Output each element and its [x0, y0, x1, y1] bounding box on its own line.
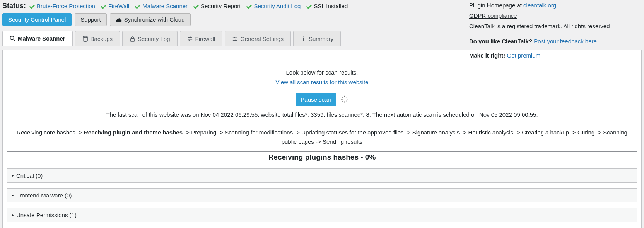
status-item-firewall: FireWall: [101, 3, 129, 9]
status-text-ssl: SSL Installed: [314, 3, 348, 9]
status-label: Status:: [2, 2, 26, 10]
pause-scan-button[interactable]: Pause scan: [296, 93, 336, 106]
stage-preparing: Preparing: [191, 129, 216, 136]
tab-seclog-label: Security Log: [138, 36, 170, 42]
tab-scanner[interactable]: Malware Scanner: [2, 31, 73, 46]
support-button[interactable]: Support: [75, 13, 107, 26]
status-link-malware[interactable]: Malware Scanner: [142, 3, 188, 9]
status-link-firewall[interactable]: FireWall: [108, 3, 129, 9]
status-item-malware: Malware Scanner: [135, 3, 188, 9]
premium-prefix: Make it right!: [469, 52, 507, 59]
tab-firewall[interactable]: Firewall: [180, 31, 223, 46]
get-premium-link[interactable]: Get premium: [507, 52, 541, 59]
sync-button[interactable]: Synchronize with Cloud: [110, 13, 191, 26]
sliders-icon: [232, 36, 238, 42]
scanner-panel: Look below for scan results. View all sc…: [2, 50, 642, 228]
check-icon: [29, 3, 35, 9]
check-icon: [135, 3, 141, 9]
tab-security-log[interactable]: Security Log: [122, 31, 177, 46]
accordion-unsafe-label: Unsafe Permissions (1): [16, 212, 77, 218]
tab-summary-label: Summary: [309, 36, 333, 42]
check-icon: [246, 3, 252, 9]
tab-backups-label: Backups: [91, 36, 113, 42]
scan-stages: Receiving core hashes -> Receiving plugi…: [7, 128, 637, 146]
status-item-audit: Security Audit Log: [246, 3, 301, 9]
swap-icon: [187, 36, 193, 42]
svg-point-7: [235, 39, 236, 41]
accordion-critical-label: Critical (0): [16, 172, 43, 179]
cloud-icon: [116, 17, 122, 22]
tab-general-settings[interactable]: General Settings: [225, 31, 291, 46]
pause-scan-label: Pause scan: [301, 96, 331, 103]
svg-point-0: [10, 36, 14, 39]
gdpr-link[interactable]: GDPR compliance: [469, 12, 517, 19]
caret-right-icon: ▸: [12, 173, 14, 178]
stage-scanning-mods: Scanning for modifications: [225, 129, 293, 136]
support-label: Support: [80, 17, 101, 22]
lock-icon: [130, 36, 135, 42]
tab-summary[interactable]: Summary: [293, 31, 341, 46]
stage-sending: Sending results: [323, 138, 362, 145]
sync-label: Synchronize with Cloud: [124, 17, 185, 22]
svg-point-8: [303, 36, 304, 37]
search-icon: [10, 36, 15, 41]
status-link-brute-force[interactable]: Brute-Force Protection: [37, 3, 95, 9]
tab-general-label: General Settings: [240, 36, 284, 42]
info-icon: [301, 36, 306, 42]
status-item-report: Security Report: [193, 3, 241, 9]
svg-rect-13: [346, 100, 347, 102]
accordion-critical[interactable]: ▸ Critical (0): [7, 168, 637, 183]
database-icon: [82, 36, 88, 42]
tab-scanner-label: Malware Scanner: [18, 35, 65, 42]
status-item-brute-force: Brute-Force Protection: [29, 3, 95, 9]
view-all-results-link[interactable]: View all scan results for this website: [276, 79, 369, 85]
svg-point-2: [83, 36, 87, 37]
status-text-report: Security Report: [201, 3, 241, 9]
trademark-text: CleanTalk is a registered trademark. All…: [469, 21, 644, 31]
plugin-homepage-prefix: Plugin Homepage at: [469, 2, 523, 9]
check-icon: [193, 3, 199, 9]
svg-rect-14: [344, 101, 345, 103]
caret-right-icon: ▸: [12, 212, 14, 218]
look-below-text: Look below for scan results.: [7, 68, 637, 78]
svg-point-5: [234, 37, 235, 38]
svg-line-1: [14, 39, 15, 41]
check-icon: [306, 3, 312, 9]
accordion-frontend-label: Frontend Malware (0): [16, 192, 72, 199]
svg-rect-11: [346, 97, 347, 98]
svg-rect-15: [342, 100, 343, 102]
svg-rect-12: [347, 99, 348, 100]
svg-rect-9: [303, 38, 304, 41]
tab-backups[interactable]: Backups: [75, 31, 120, 46]
status-link-audit[interactable]: Security Audit Log: [254, 3, 301, 9]
stage-heuristic: Heuristic analysis: [468, 129, 513, 136]
svg-rect-3: [131, 38, 134, 41]
stage-signature: Signature analysis: [412, 129, 460, 136]
svg-rect-10: [344, 96, 345, 97]
accordion-frontend-malware[interactable]: ▸ Frontend Malware (0): [7, 188, 637, 202]
caret-right-icon: ▸: [12, 192, 14, 198]
svg-rect-17: [342, 97, 343, 98]
loading-spinner-icon: [341, 95, 348, 103]
stage-updating-statuses: Updating statuses for the approved files: [301, 129, 403, 136]
progress-text: Receiving plugins hashes - 0%: [268, 153, 376, 161]
like-prefix: Do you like CleanTalk?: [469, 38, 534, 44]
progress-box: Receiving plugins hashes - 0%: [7, 151, 637, 163]
svg-rect-16: [341, 99, 343, 100]
accordion-unsafe-permissions[interactable]: ▸ Unsafe Permissions (1): [7, 208, 637, 222]
stage-plugin-theme-hashes: Receiving plugin and theme hashes: [84, 129, 183, 136]
feedback-link[interactable]: Post your feedback here: [534, 38, 597, 44]
stage-backup: Creating a backup: [522, 129, 569, 136]
check-icon: [101, 3, 107, 9]
status-item-ssl: SSL Installed: [306, 3, 348, 9]
tab-firewall-label: Firewall: [195, 36, 215, 42]
stage-curing: Curing: [577, 129, 594, 136]
stage-core-hashes: Receiving core hashes: [17, 129, 75, 136]
last-scan-text: The last scan of this website was on Nov…: [7, 110, 637, 120]
plugin-homepage-link[interactable]: cleantalk.org: [523, 2, 556, 9]
control-panel-label: Security Control Panel: [8, 17, 66, 22]
sidebar-info: Plugin Homepage at cleantalk.org. GDPR c…: [466, 0, 644, 61]
control-panel-button[interactable]: Security Control Panel: [2, 13, 72, 26]
